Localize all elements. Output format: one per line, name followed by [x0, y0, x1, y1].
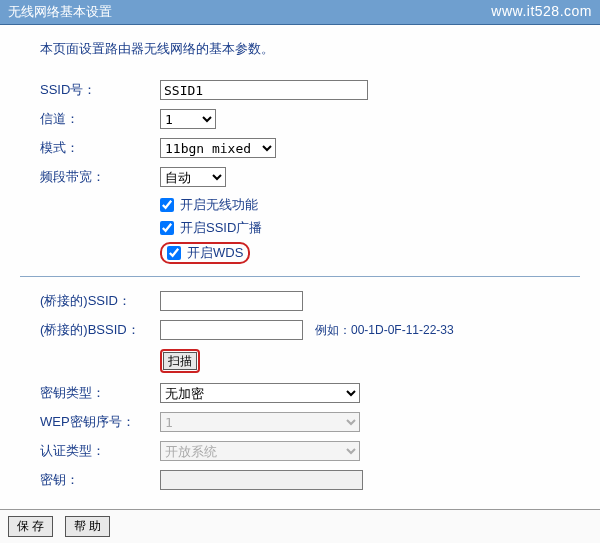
key-label: 密钥： — [40, 471, 160, 489]
channel-select[interactable]: 1 — [160, 109, 216, 129]
bridge-bssid-input[interactable] — [160, 320, 303, 340]
enable-wds-checkbox[interactable] — [167, 246, 181, 260]
mode-label: 模式： — [40, 139, 160, 157]
ssid-input[interactable] — [160, 80, 368, 100]
auth-type-select: 开放系统 — [160, 441, 360, 461]
channel-label: 信道： — [40, 110, 160, 128]
key-type-select[interactable]: 无加密 — [160, 383, 360, 403]
auth-type-label: 认证类型： — [40, 442, 160, 460]
page-description: 本页面设置路由器无线网络的基本参数。 — [40, 40, 580, 58]
bridge-ssid-label: (桥接的)SSID： — [40, 292, 160, 310]
mode-select[interactable]: 11bgn mixed — [160, 138, 276, 158]
panel-title: 无线网络基本设置 — [8, 4, 112, 19]
footer-bar: 保 存 帮 助 — [0, 509, 600, 543]
wds-highlight: 开启WDS — [160, 242, 250, 264]
wep-index-select: 1 — [160, 412, 360, 432]
scan-button[interactable]: 扫描 — [163, 352, 197, 370]
enable-wireless-checkbox[interactable] — [160, 198, 174, 212]
key-type-label: 密钥类型： — [40, 384, 160, 402]
ssid-label: SSID号： — [40, 81, 160, 99]
enable-wds-label: 开启WDS — [187, 244, 243, 262]
enable-ssid-broadcast-checkbox[interactable] — [160, 221, 174, 235]
divider — [20, 276, 580, 277]
bssid-example: 例如：00-1D-0F-11-22-33 — [315, 322, 454, 339]
help-button[interactable]: 帮 助 — [65, 516, 110, 537]
bandwidth-label: 频段带宽： — [40, 168, 160, 186]
wep-index-label: WEP密钥序号： — [40, 413, 160, 431]
key-input — [160, 470, 363, 490]
bridge-ssid-input[interactable] — [160, 291, 303, 311]
bridge-bssid-label: (桥接的)BSSID： — [40, 321, 160, 339]
enable-wireless-label: 开启无线功能 — [180, 196, 258, 214]
scan-highlight: 扫描 — [160, 349, 200, 373]
save-button[interactable]: 保 存 — [8, 516, 53, 537]
enable-ssid-broadcast-label: 开启SSID广播 — [180, 219, 262, 237]
panel-header: 无线网络基本设置 — [0, 0, 600, 25]
bandwidth-select[interactable]: 自动 — [160, 167, 226, 187]
